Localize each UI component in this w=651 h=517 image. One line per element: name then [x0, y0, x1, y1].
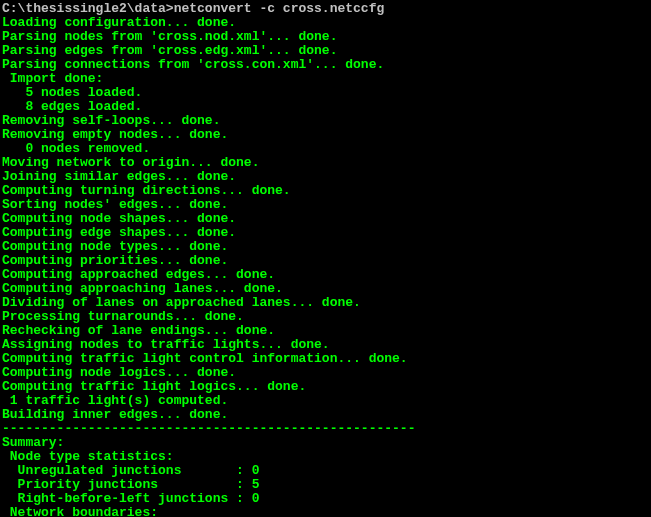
terminal-output: C:\thesissingle2\data>netconvert -c cros… — [0, 0, 651, 517]
typed-command: netconvert -c cross.netccfg — [174, 1, 385, 16]
command-line: C:\thesissingle2\data>netconvert -c cros… — [2, 2, 651, 16]
prompt: C:\thesissingle2\data> — [2, 1, 174, 16]
output-body: Loading configuration... done. Parsing n… — [2, 15, 415, 517]
